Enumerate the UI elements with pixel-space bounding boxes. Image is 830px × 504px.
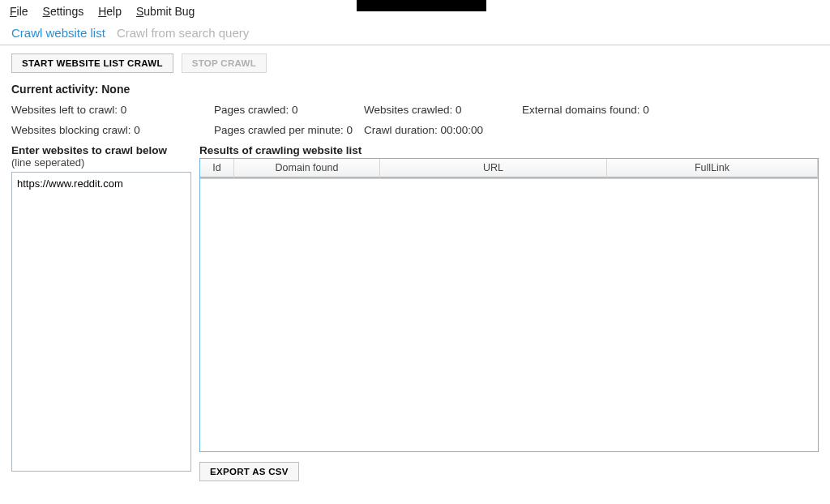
export-row: EXPORT AS CSV [199,452,819,481]
stats-grid: Websites left to crawl: 0 Pages crawled:… [0,100,830,143]
menu-submit-bug-rest: ubmit Bug [143,5,195,18]
menu-submit-bug[interactable]: Submit Bug [136,5,195,18]
results-grid-header: Id Domain found URL FullLink [200,159,818,179]
title-bar-fragment [357,0,486,11]
stat-crawl-duration: Crawl duration: 00:00:00 [364,124,522,136]
start-crawl-button[interactable]: START WEBSITE LIST CRAWL [11,53,173,73]
menu-file[interactable]: File [10,5,28,18]
stop-crawl-button: STOP CRAWL [182,53,267,73]
tab-bar: Crawl website list Crawl from search que… [0,21,830,45]
col-header-domain[interactable]: Domain found [234,159,380,178]
stat-pages-per-minute: Pages crawled per minute: 0 [214,124,364,136]
menu-settings-rest: ettings [50,5,83,18]
stat-pages-crawled: Pages crawled: 0 [214,104,364,116]
stat-websites-blocking: Websites blocking crawl: 0 [11,124,214,136]
menu-help[interactable]: Help [98,5,122,18]
stat-websites-crawled: Websites crawled: 0 [364,104,522,116]
tab-crawl-search[interactable]: Crawl from search query [117,26,249,40]
main-content: Enter websites to crawl below (line sepe… [0,143,830,481]
results-grid[interactable]: Id Domain found URL FullLink [199,158,819,452]
menu-help-rest: elp [106,5,122,18]
action-buttons: START WEBSITE LIST CRAWL STOP CRAWL [0,45,830,79]
menu-settings[interactable]: Settings [43,5,84,18]
menu-file-rest: ile [17,5,28,18]
col-header-id[interactable]: Id [200,159,234,178]
activity-label: Current activity: [11,83,101,96]
stat-websites-left: Websites left to crawl: 0 [11,104,214,116]
right-column: Results of crawling website list Id Doma… [199,143,819,481]
stat-empty [522,124,733,136]
col-header-url[interactable]: URL [380,159,607,178]
current-activity: Current activity: None [0,79,830,100]
results-heading: Results of crawling website list [199,144,819,156]
activity-value: None [101,83,130,96]
col-header-fulllink[interactable]: FullLink [607,159,818,178]
enter-websites-heading: Enter websites to crawl below [11,144,191,156]
tab-crawl-list[interactable]: Crawl website list [11,26,105,40]
websites-input[interactable] [11,172,191,472]
left-column: Enter websites to crawl below (line sepe… [11,143,191,481]
stat-external-domains: External domains found: 0 [522,104,733,116]
export-csv-button[interactable]: EXPORT AS CSV [199,462,299,481]
enter-websites-subheading: (line seperated) [11,156,191,169]
